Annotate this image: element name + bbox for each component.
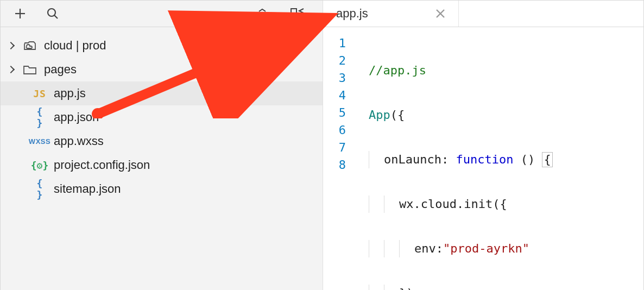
- collapse-folders-button[interactable]: [252, 1, 278, 27]
- cloud-folder-icon: [21, 40, 39, 51]
- tree-label: sitemap.json: [54, 182, 121, 196]
- svg-point-2: [48, 9, 55, 16]
- tree-folder-cloud[interactable]: cloud | prod: [1, 34, 323, 58]
- js-file-icon: JS: [31, 88, 48, 99]
- svg-point-6: [236, 12, 239, 15]
- tree-file-appwxss[interactable]: WXSS app.wxss: [1, 129, 323, 153]
- svg-point-5: [231, 12, 234, 15]
- tree-file-appjs[interactable]: JS app.js: [1, 81, 323, 105]
- search-button[interactable]: [40, 1, 66, 27]
- editor-tab-appjs[interactable]: app.js: [323, 1, 459, 27]
- config-file-icon: {⚙}: [31, 160, 48, 171]
- code-content[interactable]: //app.js App({ onLaunch: function () { w…: [353, 27, 553, 290]
- tree-folder-pages[interactable]: pages: [1, 58, 323, 81]
- sidebar-toolbar: [1, 1, 323, 27]
- new-file-button[interactable]: [7, 1, 33, 27]
- line-number-gutter: 1 2 3 4 5 6 7 8: [323, 27, 353, 290]
- more-actions-button[interactable]: [219, 1, 245, 27]
- tab-title: app.js: [336, 7, 368, 21]
- tree-file-appjson[interactable]: { } app.json: [1, 105, 323, 129]
- chevron-right-icon: [7, 42, 15, 49]
- folder-icon: [21, 64, 39, 75]
- tree-label: pages: [44, 62, 77, 77]
- svg-point-4: [226, 12, 229, 15]
- tree-label: app.wxss: [54, 134, 104, 148]
- tree-label: app.json: [54, 110, 99, 124]
- json-file-icon: { }: [31, 106, 48, 129]
- json-file-icon: { }: [31, 178, 48, 200]
- tree-label: app.js: [54, 86, 86, 100]
- svg-rect-9: [291, 9, 296, 18]
- tree-file-sitemap[interactable]: { } sitemap.json: [1, 177, 323, 201]
- code-editor[interactable]: 1 2 3 4 5 6 7 8 //app.js App({ onLaunch:…: [323, 27, 643, 290]
- editor-tabs: app.js: [323, 1, 643, 27]
- wxss-file-icon: WXSS: [31, 137, 48, 146]
- tree-label: cloud | prod: [44, 39, 106, 53]
- split-editor-button[interactable]: [285, 1, 311, 27]
- chevron-right-icon: [7, 66, 15, 73]
- tree-file-projectconfig[interactable]: {⚙} project.config.json: [1, 153, 323, 177]
- tab-close-button[interactable]: [435, 9, 445, 18]
- svg-line-3: [54, 15, 58, 18]
- file-explorer: cloud | prod pages JS app.js { } app.jso…: [1, 27, 323, 290]
- tree-label: project.config.json: [54, 158, 150, 172]
